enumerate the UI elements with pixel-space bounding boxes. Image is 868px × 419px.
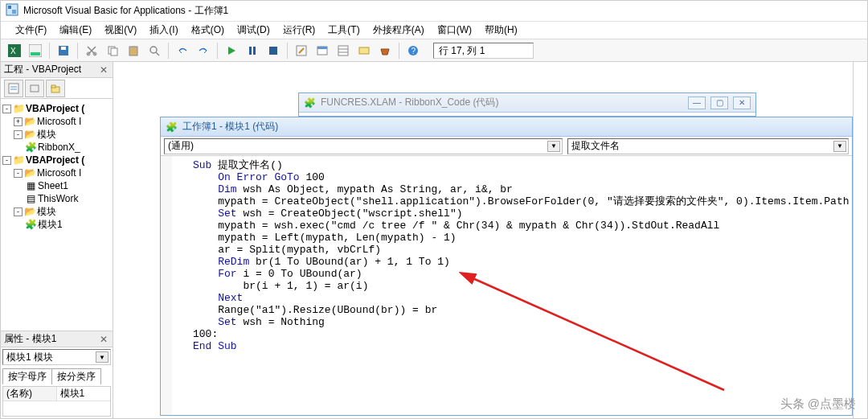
menu-format[interactable]: 格式(O) bbox=[185, 22, 231, 39]
svg-rect-19 bbox=[253, 47, 256, 55]
code-line[interactable]: Range("a1").Resize(UBound(br)) = br bbox=[193, 304, 847, 316]
child-window-titlebar[interactable]: 🧩 FUNCRES.XLAM - RibbonX_Code (代码) — ▢ ✕ bbox=[299, 93, 755, 113]
find-icon[interactable] bbox=[145, 42, 163, 60]
svg-rect-23 bbox=[317, 47, 327, 49]
tree-workbook[interactable]: ▤ThisWork bbox=[2, 192, 111, 205]
properties-icon[interactable] bbox=[334, 42, 352, 60]
tree-project[interactable]: -📁VBAProject ( bbox=[2, 154, 111, 166]
menu-file[interactable]: 文件(F) bbox=[9, 22, 53, 39]
properties-object-dropdown[interactable]: 模块1 模块▼ bbox=[2, 349, 111, 365]
menu-window[interactable]: 窗口(W) bbox=[431, 22, 478, 39]
run-icon[interactable] bbox=[223, 42, 240, 60]
code-line[interactable]: Sub 提取文件名() bbox=[193, 159, 847, 171]
code-line[interactable]: mypath = wsh.exec("cmd /c tree /f " & Ch… bbox=[193, 220, 847, 232]
child-window-titlebar[interactable]: 🧩 工作簿1 - 模块1 (代码) bbox=[161, 117, 852, 137]
svg-rect-12 bbox=[111, 48, 117, 55]
code-toolbar: (通用) ▼ 提取文件名 ▼ bbox=[161, 137, 852, 156]
tree-folder[interactable]: +📂Microsoft I bbox=[2, 115, 111, 128]
object-dropdown[interactable]: (通用) ▼ bbox=[164, 138, 563, 154]
code-line[interactable]: ar = Split(mypath, vbCrLf) bbox=[193, 244, 847, 256]
tab-alphabetic[interactable]: 按字母序 bbox=[2, 368, 52, 384]
code-window-active[interactable]: 🧩 工作簿1 - 模块1 (代码) (通用) ▼ 提取文件名 ▼ Sub 提取文… bbox=[160, 117, 853, 416]
code-line[interactable]: 100: bbox=[193, 328, 847, 340]
view-code-icon[interactable] bbox=[4, 80, 23, 97]
tree-folder[interactable]: -📂模块 bbox=[2, 205, 111, 218]
svg-rect-35 bbox=[51, 85, 55, 88]
svg-point-15 bbox=[150, 47, 157, 53]
tree-project[interactable]: -📁VBAProject ( bbox=[2, 102, 111, 115]
svg-rect-1 bbox=[8, 6, 11, 9]
project-panel-toolbar bbox=[1, 78, 113, 99]
minimize-button[interactable]: — bbox=[688, 97, 706, 109]
code-line[interactable]: Set wsh = CreateObject("wscript.shell") bbox=[193, 207, 847, 220]
code-line[interactable]: On Error GoTo 100 bbox=[193, 171, 847, 183]
menu-view[interactable]: 视图(V) bbox=[98, 22, 143, 39]
property-value[interactable]: 模块1 bbox=[57, 387, 111, 401]
module-icon: 🧩 bbox=[166, 121, 178, 133]
tree-sheet[interactable]: ▦Sheet1 bbox=[2, 179, 111, 192]
toggle-folders-icon[interactable] bbox=[46, 80, 65, 97]
procedure-dropdown[interactable]: 提取文件名 ▼ bbox=[567, 138, 849, 154]
menu-edit[interactable]: 编辑(E) bbox=[53, 22, 98, 39]
save-icon[interactable] bbox=[55, 42, 72, 60]
excel-icon[interactable]: X bbox=[6, 42, 23, 60]
tab-categorized[interactable]: 按分类序 bbox=[51, 368, 101, 384]
tree-folder[interactable]: -📂模块 bbox=[2, 128, 111, 141]
undo-icon[interactable] bbox=[174, 42, 191, 60]
code-line[interactable]: ReDim br(1 To UBound(ar) + 1, 1 To 1) bbox=[193, 256, 847, 268]
help-icon[interactable]: ? bbox=[404, 42, 422, 60]
menu-tools[interactable]: 工具(T) bbox=[321, 22, 366, 39]
code-window-inactive[interactable]: 🧩 FUNCRES.XLAM - RibbonX_Code (代码) — ▢ ✕ bbox=[298, 92, 756, 117]
code-line[interactable]: End Sub bbox=[193, 340, 847, 352]
copy-icon[interactable] bbox=[104, 42, 121, 60]
mdi-client-area: 🧩 FUNCRES.XLAM - RibbonX_Code (代码) — ▢ ✕… bbox=[113, 62, 867, 418]
menu-help[interactable]: 帮助(H) bbox=[478, 22, 524, 39]
menu-insert[interactable]: 插入(I) bbox=[143, 22, 184, 39]
properties-row[interactable]: (名称) 模块1 bbox=[3, 387, 110, 401]
chevron-down-icon: ▼ bbox=[96, 351, 108, 363]
code-line[interactable]: Next bbox=[193, 292, 847, 304]
project-tree[interactable]: -📁VBAProject ( +📂Microsoft I -📂模块 🧩Ribbo… bbox=[1, 99, 113, 331]
properties-panel: 属性 - 模块1 ✕ 模块1 模块▼ 按字母序 按分类序 (名称) 模块1 bbox=[1, 331, 113, 418]
properties-panel-title: 属性 - 模块1 bbox=[4, 332, 56, 346]
reset-icon[interactable] bbox=[264, 42, 282, 60]
svg-rect-20 bbox=[269, 47, 277, 55]
close-button[interactable]: ✕ bbox=[733, 97, 751, 109]
object-browser-icon[interactable] bbox=[355, 42, 373, 60]
properties-panel-header: 属性 - 模块1 ✕ bbox=[1, 331, 113, 347]
mdi-scrollbar[interactable] bbox=[853, 62, 867, 418]
redo-icon[interactable] bbox=[194, 42, 212, 60]
maximize-button[interactable]: ▢ bbox=[710, 97, 728, 109]
tree-module[interactable]: 🧩RibbonX_ bbox=[2, 141, 111, 154]
svg-line-16 bbox=[156, 52, 159, 55]
module-icon: 🧩 bbox=[304, 97, 316, 109]
code-line[interactable]: br(i + 1, 1) = ar(i) bbox=[193, 280, 847, 292]
cut-icon[interactable] bbox=[83, 42, 100, 60]
app-icon bbox=[6, 3, 18, 18]
code-line[interactable]: mypath = CreateObject("shell.application… bbox=[193, 195, 847, 207]
menu-debug[interactable]: 调试(D) bbox=[231, 22, 276, 39]
project-explorer-icon[interactable] bbox=[313, 42, 331, 60]
close-icon[interactable]: ✕ bbox=[98, 334, 109, 345]
code-line[interactable]: Dim wsh As Object, mypath As String, ar,… bbox=[193, 183, 847, 195]
code-editor[interactable]: Sub 提取文件名() On Error GoTo 100 Dim wsh As… bbox=[161, 156, 852, 415]
menu-run[interactable]: 运行(R) bbox=[276, 22, 322, 39]
toolbox-icon[interactable] bbox=[376, 42, 394, 60]
menu-addins[interactable]: 外接程序(A) bbox=[366, 22, 431, 39]
properties-grid[interactable]: (名称) 模块1 bbox=[2, 386, 111, 417]
design-icon[interactable] bbox=[293, 42, 310, 60]
properties-tabs: 按字母序 按分类序 bbox=[2, 368, 111, 384]
view-object-icon[interactable] bbox=[25, 80, 44, 97]
svg-rect-30 bbox=[9, 84, 18, 93]
word-icon[interactable] bbox=[27, 42, 44, 60]
code-line[interactable]: For i = 0 To UBound(ar) bbox=[193, 268, 847, 280]
workbook-icon: ▤ bbox=[25, 192, 36, 205]
paste-icon[interactable] bbox=[125, 42, 142, 60]
break-icon[interactable] bbox=[244, 42, 261, 60]
tree-folder[interactable]: -📂Microsoft I bbox=[2, 166, 111, 179]
module-icon: 🧩 bbox=[25, 141, 36, 154]
tree-module[interactable]: 🧩模块1 bbox=[2, 218, 111, 231]
close-icon[interactable]: ✕ bbox=[98, 64, 109, 76]
code-line[interactable]: Set wsh = Nothing bbox=[193, 316, 847, 328]
code-line[interactable]: mypath = Left(mypath, Len(mypath) - 1) bbox=[193, 232, 847, 244]
